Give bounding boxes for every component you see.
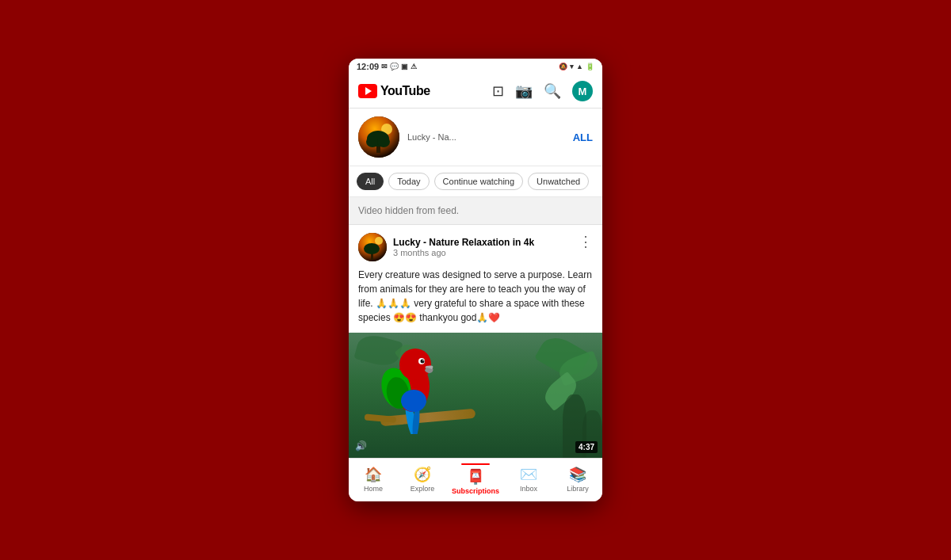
home-icon: 🏠 (365, 466, 382, 483)
svg-point-5 (377, 136, 390, 147)
explore-label: Explore (411, 485, 435, 493)
chip-today[interactable]: Today (388, 173, 429, 190)
post-meta: Lucky - Nature Relaxation in 4k 3 months… (393, 237, 534, 257)
svg-point-18 (421, 360, 425, 364)
message-icon: ✉ (381, 63, 388, 70)
search-icon[interactable]: 🔍 (544, 82, 561, 100)
filter-chips: All Today Continue watching Unwatched (349, 166, 602, 197)
svg-point-7 (375, 237, 383, 245)
youtube-logo: YouTube (358, 84, 430, 98)
svg-point-19 (422, 360, 424, 361)
library-label: Library (567, 485, 589, 493)
cast-icon[interactable]: ⊡ (492, 82, 504, 100)
post-thumbnail[interactable]: 🔊 4:37 (349, 333, 602, 458)
post-channel-info: Lucky - Nature Relaxation in 4k 3 months… (358, 233, 534, 261)
library-icon: 📚 (569, 466, 586, 483)
avatar[interactable]: M (572, 81, 593, 101)
hidden-notice: Video hidden from feed. (349, 197, 602, 225)
mute-icon: 🔕 (559, 63, 567, 70)
channel-avatar-image (358, 116, 399, 158)
channel-section: Lucky - Na... ALL (349, 109, 602, 166)
status-bar-right: 🔕 ▾ ▲ 🔋 (559, 63, 594, 70)
svg-point-16 (399, 349, 431, 380)
whatsapp-icon: 💬 (390, 63, 399, 70)
status-bar-left: 12:09 ✉ 💬 ▣ ⚠ (357, 62, 417, 71)
svg-point-15 (401, 390, 426, 412)
nav-library[interactable]: 📚 Library (558, 466, 598, 493)
channel-name: Lucky - Na... (407, 132, 456, 142)
youtube-logo-text: YouTube (380, 84, 430, 98)
signal-icon: ▲ (576, 63, 583, 70)
parrot-svg (380, 333, 452, 434)
post-channel-name: Lucky - Nature Relaxation in 4k (393, 237, 534, 248)
explore-icon: 🧭 (414, 466, 431, 483)
channel-left: Lucky - Na... (358, 116, 456, 158)
battery-icon: 🔋 (586, 63, 594, 70)
post-text: Every creature was designed to serve a p… (358, 268, 593, 325)
chip-all[interactable]: All (357, 173, 384, 190)
play-triangle (365, 87, 372, 95)
phone-frame: 12:09 ✉ 💬 ▣ ⚠ 🔕 ▾ ▲ 🔋 YouTube ⊡ 📷 🔍 M (349, 59, 602, 501)
chip-unwatched[interactable]: Unwatched (528, 173, 589, 190)
post-avatar[interactable] (358, 233, 387, 261)
inbox-label: Inbox (520, 485, 537, 493)
hidden-notice-text: Video hidden from feed. (358, 205, 459, 216)
parrot-scene (349, 333, 602, 458)
camera-icon[interactable]: 📷 (515, 82, 533, 100)
subscriptions-icon: 📮 (467, 468, 484, 486)
volume-icon: 🔊 (355, 440, 367, 451)
active-bar (461, 463, 490, 465)
status-bar: 12:09 ✉ 💬 ▣ ⚠ 🔕 ▾ ▲ 🔋 (349, 59, 602, 74)
svg-point-4 (366, 136, 379, 147)
sim-icon: ▣ (401, 63, 408, 70)
header-icons: ⊡ 📷 🔍 M (492, 81, 593, 101)
nav-home[interactable]: 🏠 Home (353, 466, 393, 493)
home-label: Home (364, 485, 383, 493)
post-avatar-image (358, 233, 387, 261)
youtube-logo-icon (358, 84, 377, 98)
channel-avatar[interactable] (358, 116, 399, 158)
nav-subscriptions[interactable]: 📮 Subscriptions (452, 463, 499, 495)
post-card: Lucky - Nature Relaxation in 4k 3 months… (349, 225, 602, 333)
status-time: 12:09 (357, 62, 379, 71)
inbox-icon: ✉️ (520, 466, 537, 483)
wifi-icon: ▾ (570, 63, 574, 70)
alert-icon: ⚠ (411, 63, 417, 70)
video-duration: 4:37 (575, 441, 598, 453)
youtube-header: YouTube ⊡ 📷 🔍 M (349, 74, 602, 109)
chip-continue-watching[interactable]: Continue watching (434, 173, 524, 190)
nav-explore[interactable]: 🧭 Explore (403, 466, 442, 493)
all-link[interactable]: ALL (573, 131, 593, 143)
more-options-icon[interactable]: ⋮ (579, 233, 593, 250)
nav-inbox[interactable]: ✉️ Inbox (509, 466, 548, 493)
svg-point-9 (364, 243, 380, 254)
bottom-nav: 🏠 Home 🧭 Explore 📮 Subscriptions ✉️ Inbo… (349, 458, 602, 501)
subscriptions-label: Subscriptions (452, 487, 499, 495)
post-header: Lucky - Nature Relaxation in 4k 3 months… (358, 233, 593, 261)
post-time: 3 months ago (393, 248, 534, 257)
